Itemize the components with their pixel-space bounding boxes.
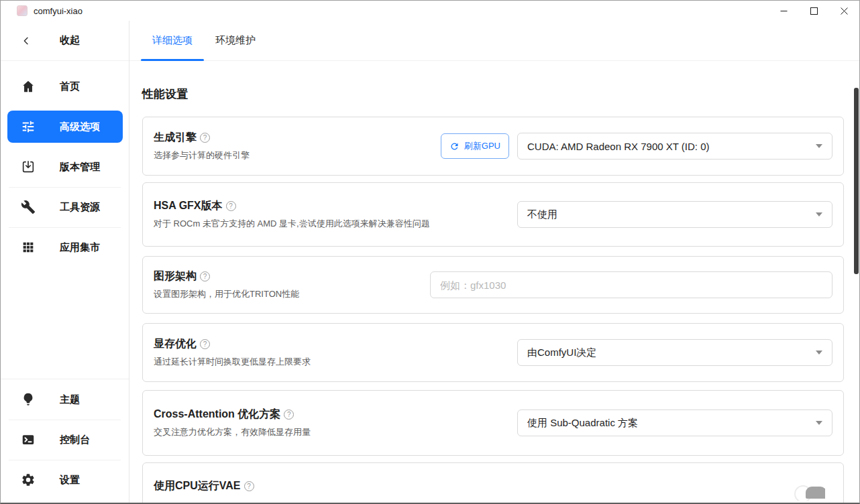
- setting-title: 使用CPU运行VAE: [154, 479, 241, 493]
- refresh-icon: [449, 141, 460, 151]
- app-logo-icon: [17, 5, 28, 16]
- tab-environment-maintenance[interactable]: 环境维护: [204, 21, 267, 60]
- gpu-select[interactable]: CUDA: AMD Radeon RX 7900 XT (ID: 0): [517, 133, 832, 160]
- help-icon[interactable]: [244, 481, 254, 491]
- vram-optimization-select-value: 由ComfyUI决定: [527, 346, 596, 359]
- sidebar-item-theme[interactable]: 主题: [1, 379, 129, 420]
- setting-card-graphics-architecture: 图形架构 设置图形架构，用于优化TRITON性能: [142, 256, 844, 314]
- setting-title: Cross-Attention 优化方案: [154, 407, 280, 422]
- chevron-down-icon: [816, 421, 822, 425]
- setting-description: 通过延长计算时间换取更低显存上限要求: [154, 356, 311, 368]
- setting-title: 生成引擎: [154, 131, 197, 145]
- sidebar-item-label: 工具资源: [60, 201, 100, 214]
- sidebar-item-settings[interactable]: 设置: [1, 460, 129, 500]
- sidebar-bottom-nav: 主题 控制台 设置: [1, 379, 129, 500]
- console-icon: [21, 432, 36, 447]
- cross-attention-select[interactable]: 使用 Sub-Quadratic 方案: [517, 410, 832, 436]
- chevron-down-icon: [816, 351, 822, 355]
- sidebar-item-home[interactable]: 首页: [1, 66, 129, 107]
- setting-card-generation-engine: 生成引擎 选择参与计算的硬件引擎 刷新GPU CUDA: AMD Radeon …: [142, 117, 844, 176]
- sidebar-item-label: 版本管理: [60, 161, 100, 174]
- sidebar-item-version-management[interactable]: 版本管理: [1, 147, 129, 187]
- sidebar-item-advanced-options[interactable]: 高级选项: [7, 111, 123, 143]
- sidebar-collapse-button[interactable]: 收起: [1, 21, 129, 61]
- window-controls: [769, 1, 859, 21]
- sidebar-item-label: 设置: [60, 474, 80, 487]
- tab-detailed-options[interactable]: 详细选项: [141, 21, 204, 60]
- gear-icon: [21, 472, 36, 487]
- sidebar-item-app-market[interactable]: 应用集市: [1, 227, 129, 267]
- app-window: comfyui-xiao 收起 首页: [0, 0, 860, 504]
- refresh-gpu-label: 刷新GPU: [464, 140, 500, 152]
- vram-optimization-select[interactable]: 由ComfyUI决定: [517, 339, 832, 366]
- close-button[interactable]: [829, 1, 859, 21]
- setting-title: HSA GFX版本: [154, 199, 223, 213]
- close-icon: [841, 7, 848, 15]
- help-icon[interactable]: [200, 133, 210, 143]
- gpu-select-value: CUDA: AMD Radeon RX 7900 XT (ID: 0): [527, 141, 710, 152]
- sidebar-nav: 首页 高级选项 版本管理 工具资源: [1, 61, 129, 267]
- sidebar-item-label: 主题: [60, 393, 80, 406]
- section-title: 性能设置: [142, 86, 844, 102]
- minimize-button[interactable]: [769, 1, 799, 21]
- setting-description: 交叉注意力优化方案，有效降低显存用量: [154, 426, 311, 438]
- sidebar-item-label: 控制台: [60, 434, 90, 446]
- setting-description: 设置图形架构，用于优化TRITON性能: [154, 288, 299, 300]
- setting-card-hsa-gfx-version: HSA GFX版本 对于 ROCm 未官方支持的 AMD 显卡,尝试使用此选项来…: [142, 182, 844, 247]
- sidebar-item-label: 首页: [60, 80, 80, 93]
- refresh-gpu-button[interactable]: 刷新GPU: [441, 133, 509, 159]
- chevron-down-icon: [816, 144, 822, 148]
- vertical-scrollbar-thumb[interactable]: [854, 88, 859, 274]
- titlebar: comfyui-xiao: [1, 1, 859, 21]
- collapse-label: 收起: [60, 34, 80, 47]
- help-icon[interactable]: [226, 201, 236, 211]
- setting-card-vram-optimization: 显存优化 通过延长计算时间换取更低显存上限要求 由ComfyUI决定: [142, 323, 844, 382]
- help-icon[interactable]: [284, 410, 294, 420]
- tab-label: 详细选项: [152, 34, 193, 47]
- home-icon: [21, 79, 36, 94]
- setting-card-cross-attention: Cross-Attention 优化方案 交叉注意力优化方案，有效降低显存用量 …: [142, 390, 844, 456]
- minimize-icon: [780, 7, 788, 15]
- sidebar-item-tool-resources[interactable]: 工具资源: [1, 187, 129, 227]
- maximize-icon: [810, 7, 818, 15]
- help-icon[interactable]: [200, 339, 210, 349]
- setting-card-cpu-vae: 使用CPU运行VAE: [142, 462, 844, 503]
- cursor-artifact: [794, 484, 825, 501]
- tabbar: 详细选项 环境维护: [129, 21, 859, 61]
- chevron-down-icon: [816, 212, 822, 216]
- tools-icon: [21, 200, 36, 214]
- tab-label: 环境维护: [215, 34, 256, 47]
- graphics-architecture-input[interactable]: [430, 271, 832, 298]
- setting-title: 图形架构: [154, 269, 197, 284]
- window-title: comfyui-xiao: [34, 6, 83, 16]
- sidebar: 收起 首页 高级选项 版本管理: [1, 21, 129, 503]
- settings-content: 性能设置 生成引擎 选择参与计算的硬件引擎 刷新GPU CUD: [129, 61, 859, 503]
- setting-description: 选择参与计算的硬件引擎: [154, 149, 250, 162]
- sidebar-item-label: 高级选项: [60, 121, 100, 133]
- sidebar-item-console[interactable]: 控制台: [1, 420, 129, 460]
- hsa-gfx-select-value: 不使用: [527, 208, 557, 221]
- tune-icon: [21, 119, 36, 134]
- main-panel: 详细选项 环境维护 性能设置 生成引擎 选择参与计算的硬件引擎: [129, 21, 859, 503]
- version-download-icon: [21, 160, 36, 174]
- apps-grid-icon: [21, 240, 36, 255]
- setting-title: 显存优化: [154, 337, 197, 351]
- hsa-gfx-select[interactable]: 不使用: [517, 201, 832, 228]
- help-icon[interactable]: [200, 271, 210, 281]
- chevron-left-icon: [21, 36, 32, 46]
- sidebar-item-label: 应用集市: [60, 241, 100, 254]
- setting-description: 对于 ROCm 未官方支持的 AMD 显卡,尝试使用此选项来解决兼容性问题: [154, 218, 430, 230]
- lightbulb-icon: [21, 392, 36, 407]
- maximize-button[interactable]: [799, 1, 829, 21]
- cross-attention-select-value: 使用 Sub-Quadratic 方案: [527, 417, 638, 430]
